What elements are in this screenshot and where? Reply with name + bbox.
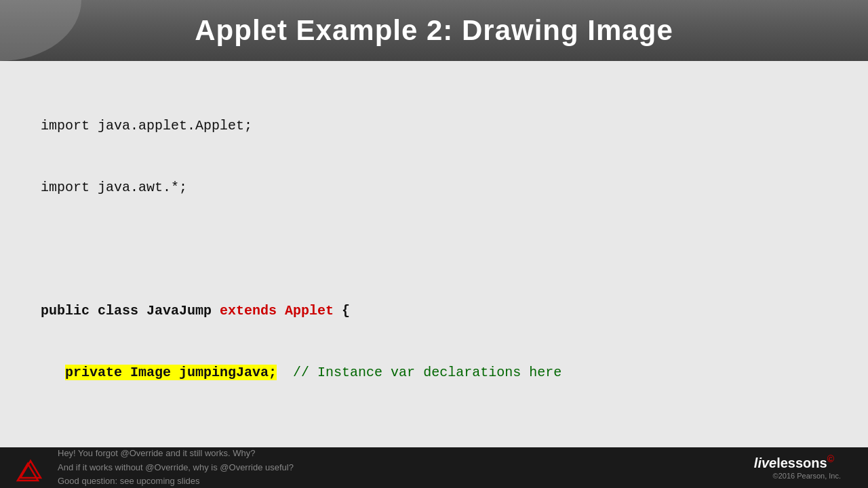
logo-lessons: lessons [776, 455, 827, 470]
note-line-1: Hey! You forgot @Override and it still w… [58, 447, 754, 461]
code-line-4: public class JavaJump extends Applet { [41, 300, 827, 321]
logo-circle: © [827, 453, 834, 464]
note-line-2: And if it works without @Override, why i… [58, 461, 754, 475]
livelessons-logo-area: livelessons© ©2016 Pearson, Inc. [754, 453, 841, 481]
code-line-3 [41, 239, 827, 260]
copyright-text: ©2016 Pearson, Inc. [773, 471, 841, 481]
bottom-notes: Hey! You forgot @Override and it still w… [58, 447, 754, 488]
corner-decoration [0, 0, 81, 61]
code-line-1: import java.applet.Applet; [41, 115, 827, 136]
note-line-3: Good question: see upcoming slides [58, 474, 754, 488]
page-title: Applet Example 2: Drawing Image [195, 14, 673, 47]
code-line-2: import java.awt.*; [41, 177, 827, 198]
livelessons-brand: livelessons© [754, 453, 834, 471]
triangle-logo [14, 451, 47, 485]
code-line-6 [41, 424, 827, 445]
logo-live: live [754, 455, 776, 470]
header: Applet Example 2: Drawing Image [0, 0, 868, 61]
content-area: import java.applet.Applet; import java.a… [0, 61, 868, 488]
code-line-5: private Image jumpingJava; // Instance v… [41, 362, 827, 383]
svg-point-0 [0, 0, 81, 61]
bottom-bar: Hey! You forgot @Override and it still w… [0, 447, 868, 488]
code-block: import java.applet.Applet; import java.a… [41, 75, 827, 488]
